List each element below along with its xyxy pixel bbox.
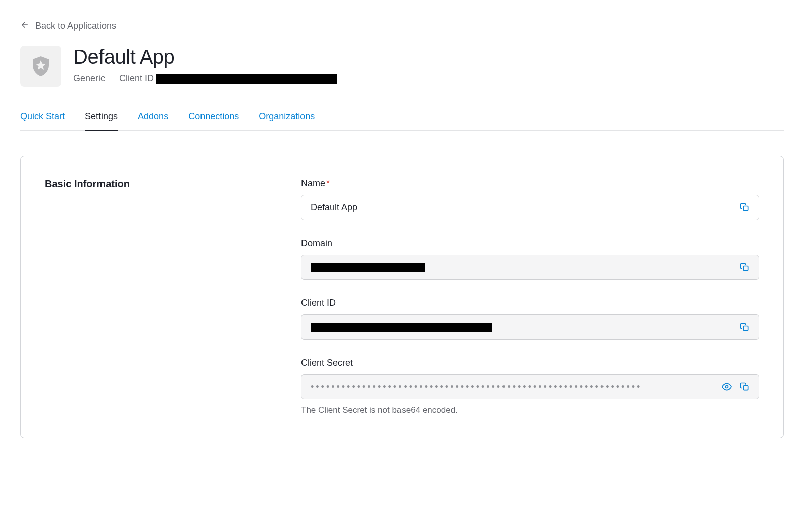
copy-icon[interactable] <box>738 260 752 274</box>
name-label: Name* <box>301 178 759 189</box>
svg-rect-3 <box>744 326 748 331</box>
domain-label: Domain <box>301 238 759 249</box>
copy-icon[interactable] <box>738 320 752 334</box>
client-id-label: Client ID <box>301 298 759 308</box>
client-secret-masked: ••••••••••••••••••••••••••••••••••••••••… <box>311 382 716 392</box>
svg-rect-5 <box>744 386 748 390</box>
client-secret-label: Client Secret <box>301 358 759 368</box>
client-secret-help: The Client Secret is not base64 encoded. <box>301 405 759 415</box>
section-title: Basic Information <box>45 178 301 190</box>
field-client-id: Client ID <box>301 298 759 340</box>
name-input[interactable] <box>311 195 734 220</box>
basic-information-card: Basic Information Name* Domain <box>20 156 784 438</box>
client-id-label-inline: Client ID <box>119 73 337 84</box>
copy-icon[interactable] <box>738 200 752 215</box>
tab-addons[interactable]: Addons <box>138 111 168 131</box>
app-header: Default App Generic Client ID <box>20 46 784 87</box>
back-link-label: Back to Applications <box>35 21 116 31</box>
field-domain: Domain <box>301 238 759 280</box>
svg-rect-2 <box>744 266 748 271</box>
app-type: Generic <box>73 73 105 84</box>
svg-point-4 <box>726 386 728 388</box>
svg-rect-1 <box>744 206 748 211</box>
tab-connections[interactable]: Connections <box>188 111 239 131</box>
client-id-value-redacted <box>311 323 492 332</box>
tab-bar: Quick Start Settings Addons Connections … <box>20 111 784 131</box>
app-shield-icon <box>20 46 61 87</box>
app-title: Default App <box>73 46 337 68</box>
tab-settings[interactable]: Settings <box>85 111 118 131</box>
tab-organizations[interactable]: Organizations <box>259 111 315 131</box>
client-id-redacted <box>156 74 337 84</box>
domain-value-redacted <box>311 263 425 272</box>
eye-icon[interactable] <box>720 380 734 394</box>
back-to-applications-link[interactable]: Back to Applications <box>20 20 116 32</box>
field-name: Name* <box>301 178 759 220</box>
tab-quick-start[interactable]: Quick Start <box>20 111 65 131</box>
field-client-secret: Client Secret ••••••••••••••••••••••••••… <box>301 358 759 415</box>
arrow-left-icon <box>20 20 29 32</box>
copy-icon[interactable] <box>738 380 752 394</box>
